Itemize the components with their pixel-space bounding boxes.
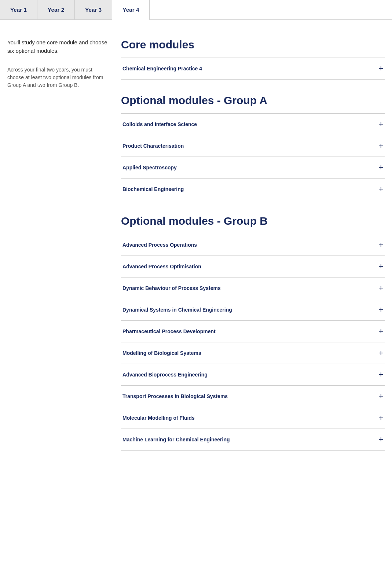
expand-icon: + xyxy=(378,241,383,249)
module-row[interactable]: Biochemical Engineering + xyxy=(121,178,385,200)
module-row[interactable]: Dynamical Systems in Chemical Engineerin… xyxy=(121,299,385,320)
expand-icon: + xyxy=(378,327,383,335)
tab-year4[interactable]: Year 4 xyxy=(112,0,150,20)
module-name: Advanced Bioprocess Engineering xyxy=(122,372,208,378)
module-row[interactable]: Product Characterisation + xyxy=(121,135,385,157)
expand-icon: + xyxy=(378,142,383,150)
module-row[interactable]: Chemical Engineering Practice 4 + xyxy=(121,58,385,80)
module-name: Advanced Process Operations xyxy=(122,242,197,248)
module-row[interactable]: Machine Learning for Chemical Engineerin… xyxy=(121,429,385,451)
expand-icon: + xyxy=(378,120,383,128)
tab-year2[interactable]: Year 2 xyxy=(37,0,75,19)
group-b-section: Optional modules - Group B Advanced Proc… xyxy=(121,215,385,451)
module-name: Product Characterisation xyxy=(122,143,184,149)
expand-icon: + xyxy=(378,65,383,73)
main-container: You'll study one core module and choose … xyxy=(0,20,392,473)
sidebar-intro: You'll study one core module and choose … xyxy=(7,38,110,55)
expand-icon: + xyxy=(378,306,383,314)
sidebar: You'll study one core module and choose … xyxy=(7,35,110,451)
core-modules-title: Core modules xyxy=(121,38,385,51)
module-row[interactable]: Transport Processes in Biological System… xyxy=(121,385,385,407)
expand-icon: + xyxy=(378,371,383,379)
module-name: Biochemical Engineering xyxy=(122,186,184,192)
module-row[interactable]: Advanced Process Operations + xyxy=(121,234,385,256)
module-name: Modelling of Biological Systems xyxy=(122,350,201,356)
group-a-modules-list: Colloids and Interface Science + Product… xyxy=(121,113,385,200)
group-a-section: Optional modules - Group A Colloids and … xyxy=(121,94,385,200)
group-b-modules-list: Advanced Process Operations + Advanced P… xyxy=(121,234,385,451)
tab-year3[interactable]: Year 3 xyxy=(75,0,112,19)
group-b-title: Optional modules - Group B xyxy=(121,215,385,227)
expand-icon: + xyxy=(378,392,383,400)
tab-bar: Year 1 Year 2 Year 3 Year 4 xyxy=(0,0,392,20)
module-name: Dynamic Behaviour of Process Systems xyxy=(122,285,221,291)
expand-icon: + xyxy=(378,163,383,172)
module-name: Machine Learning for Chemical Engineerin… xyxy=(122,437,230,442)
module-row[interactable]: Applied Spectroscopy + xyxy=(121,157,385,178)
module-row[interactable]: Advanced Process Optimisation + xyxy=(121,256,385,277)
module-name: Molecular Modelling of Fluids xyxy=(122,415,195,421)
expand-icon: + xyxy=(378,349,383,357)
module-row[interactable]: Modelling of Biological Systems + xyxy=(121,342,385,364)
tab-year1[interactable]: Year 1 xyxy=(0,0,37,19)
module-name: Dynamical Systems in Chemical Engineerin… xyxy=(122,307,232,313)
module-name: Colloids and Interface Science xyxy=(122,121,197,127)
module-row[interactable]: Colloids and Interface Science + xyxy=(121,113,385,135)
group-a-title: Optional modules - Group A xyxy=(121,94,385,107)
module-row[interactable]: Pharmaceutical Process Development + xyxy=(121,320,385,342)
sidebar-note: Across your final two years, you must ch… xyxy=(7,66,110,89)
module-row[interactable]: Molecular Modelling of Fluids + xyxy=(121,407,385,429)
module-name: Chemical Engineering Practice 4 xyxy=(122,66,202,71)
module-name: Transport Processes in Biological System… xyxy=(122,393,228,399)
module-row[interactable]: Advanced Bioprocess Engineering + xyxy=(121,364,385,385)
expand-icon: + xyxy=(378,262,383,271)
module-name: Pharmaceutical Process Development xyxy=(122,328,216,334)
expand-icon: + xyxy=(378,414,383,422)
expand-icon: + xyxy=(378,284,383,292)
expand-icon: + xyxy=(378,185,383,193)
expand-icon: + xyxy=(378,435,383,444)
module-row[interactable]: Dynamic Behaviour of Process Systems + xyxy=(121,277,385,299)
module-name: Applied Spectroscopy xyxy=(122,165,177,170)
content-area: Core modules Chemical Engineering Practi… xyxy=(121,35,385,451)
module-name: Advanced Process Optimisation xyxy=(122,264,201,269)
core-modules-list: Chemical Engineering Practice 4 + xyxy=(121,58,385,80)
